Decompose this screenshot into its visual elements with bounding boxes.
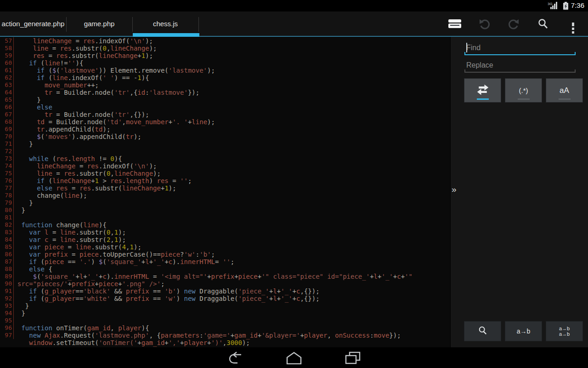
code-line[interactable]: 88 else {: [0, 265, 450, 273]
code-text: lineChange = res.indexOf('\n');: [14, 37, 153, 45]
line-number: 78: [0, 192, 14, 199]
line-number: 68: [0, 118, 14, 126]
search-icon[interactable]: [531, 12, 555, 36]
code-line[interactable]: 59 res = res.substr(lineChange+1);: [0, 52, 450, 59]
code-line[interactable]: 83 var l = line.substr(0,1);: [0, 229, 450, 236]
code-line[interactable]: 69 tr.appendChild(td);: [0, 126, 450, 133]
collapse-panel-chevron-icon[interactable]: »: [452, 185, 457, 194]
code-line[interactable]: 84 var c = line.substr(2,1);: [0, 236, 450, 243]
code-line[interactable]: 63 move_number++;: [0, 81, 450, 89]
code-text: $('moves').appendChild(tr);: [14, 133, 141, 140]
code-line[interactable]: 86 var prefix = piece.toUpperCase()==pie…: [0, 251, 450, 258]
redo-icon[interactable]: [502, 12, 526, 36]
code-line[interactable]: 74 lineChange = res.indexOf('\n');: [0, 162, 450, 170]
replace-underline: [464, 72, 576, 73]
toggle-indicator: [559, 98, 571, 100]
code-line[interactable]: 80 }: [0, 207, 450, 214]
code-line[interactable]: 93 }: [0, 302, 450, 310]
code-line[interactable]: 67 tr = Builder.node('tr',{});: [0, 111, 450, 118]
find-field[interactable]: [464, 40, 576, 55]
tab-action_generate.php[interactable]: action_generate.php: [0, 12, 66, 36]
code-text: lineChange = res.indexOf('\n');: [14, 162, 157, 170]
code-text: [14, 317, 17, 324]
find-replace-panel: (.*) aA » a→b a→b a→b: [450, 37, 588, 347]
tab-chess.js[interactable]: chess.js: [132, 12, 198, 36]
code-line[interactable]: 94 }: [0, 310, 450, 317]
back-icon[interactable]: [226, 351, 244, 365]
code-text: var prefix = piece.toUpperCase()==piece?…: [14, 251, 215, 258]
code-text: var l = line.substr(0,1);: [14, 229, 126, 236]
match-case-toggle[interactable]: aA: [546, 78, 583, 103]
line-number: 83: [0, 229, 14, 236]
toggle-indicator: [518, 98, 530, 100]
search-icon: [478, 326, 487, 337]
code-line[interactable]: 82 function change(line){: [0, 221, 450, 229]
wrap-around-toggle[interactable]: [464, 78, 501, 103]
code-line[interactable]: 62 if (line.indexOf(' ') == -1){: [0, 74, 450, 81]
line-number: 77: [0, 184, 14, 192]
tab-game.php[interactable]: game.php: [66, 12, 132, 36]
code-line[interactable]: 76 if (lineChange+1 > res.length) res = …: [0, 177, 450, 184]
line-number: 59: [0, 52, 14, 59]
code-line[interactable]: 97 new Ajax.Request('lastmove.php', {par…: [0, 332, 450, 339]
line-number: 75: [0, 170, 14, 177]
code-line[interactable]: 78 change(line);: [0, 192, 450, 199]
code-area[interactable]: 57 lineChange = res.indexOf('\n');58 lin…: [0, 37, 450, 348]
code-line[interactable]: 96 function onTimer(gam_id, player){: [0, 324, 450, 332]
code-line[interactable]: 75 line = res.substr(0,lineChange);: [0, 170, 450, 177]
active-tab-underline: [133, 33, 199, 37]
code-line[interactable]: 64 tr = Builder.node('tr',{id:'lastmove'…: [0, 89, 450, 96]
code-line[interactable]: 90src="pieces/'+prefix+piece+'.png" />';: [0, 280, 450, 288]
save-icon[interactable]: [443, 12, 467, 36]
code-line[interactable]: 77 else res = res.substr(lineChange+1);: [0, 184, 450, 192]
code-text: if (piece == '.') $('square_'+l+'_'+c).i…: [14, 258, 234, 265]
code-line[interactable]: 91 if (g_player=='black' && prefix == 'b…: [0, 288, 450, 295]
code-line[interactable]: 60 if (line!=''){: [0, 59, 450, 67]
code-line[interactable]: 73 while (res.length != 0){: [0, 155, 450, 162]
code-line[interactable]: 95: [0, 317, 450, 324]
replace-input[interactable]: [464, 58, 576, 73]
regex-toggle[interactable]: (.*): [505, 78, 542, 103]
code-line[interactable]: 71 }: [0, 140, 450, 148]
recents-icon[interactable]: [344, 351, 362, 365]
code-line[interactable]: 79 }: [0, 199, 450, 207]
replace-field[interactable]: [464, 58, 576, 73]
code-text: tr.appendChild(td);: [14, 126, 110, 133]
code-line[interactable]: 66 else: [0, 104, 450, 111]
code-line[interactable]: 70 $('moves').appendChild(tr);: [0, 133, 450, 140]
find-input[interactable]: [464, 40, 576, 55]
find-next-button[interactable]: [464, 321, 501, 341]
code-text: }: [14, 310, 25, 317]
line-number: 62: [0, 74, 14, 81]
code-line[interactable]: 72: [0, 148, 450, 155]
code-line[interactable]: 85 var piece = line.substr(4,1);: [0, 243, 450, 251]
line-number: 73: [0, 155, 14, 162]
toggle-indicator: [477, 98, 489, 100]
code-line[interactable]: 61 if ($('lastmove')) Element.remove('la…: [0, 67, 450, 74]
code-line[interactable]: 57 lineChange = res.indexOf('\n');: [0, 37, 450, 45]
home-icon[interactable]: [285, 351, 303, 365]
code-text: }: [14, 140, 33, 148]
code-line[interactable]: 87 if (piece == '.') $('square_'+l+'_'+c…: [0, 258, 450, 265]
code-line[interactable]: 81: [0, 214, 450, 221]
undo-icon[interactable]: [473, 12, 497, 36]
tab-separator: [198, 17, 199, 32]
code-line[interactable]: window.setTimeout('onTimer('+gam_id+','+…: [0, 339, 450, 346]
line-number: 92: [0, 295, 14, 302]
line-number: [0, 339, 14, 346]
line-number: 87: [0, 258, 14, 265]
line-number: 86: [0, 251, 14, 258]
code-text: function onTimer(gam_id, player){: [14, 324, 149, 332]
replace-one-button[interactable]: a→b: [505, 321, 542, 341]
find-underline: [464, 54, 576, 55]
code-line[interactable]: 58 line = res.substr(0,lineChange);: [0, 45, 450, 52]
replace-all-button[interactable]: a→b a→b: [546, 321, 583, 341]
overflow-menu-icon[interactable]: [561, 12, 585, 36]
code-line[interactable]: 68 td = Builder.node('td',move_number+'.…: [0, 118, 450, 126]
line-number: 90: [0, 280, 14, 288]
line-number: 85: [0, 243, 14, 251]
app-bar: action_generate.phpgame.phpchess.js: [0, 12, 588, 37]
code-line[interactable]: 89 $('square_'+l+'_'+c).innerHTML = '<im…: [0, 273, 450, 280]
code-line[interactable]: 92 if (g_player=='white' && prefix == 'w…: [0, 295, 450, 302]
code-line[interactable]: 65 }: [0, 96, 450, 104]
